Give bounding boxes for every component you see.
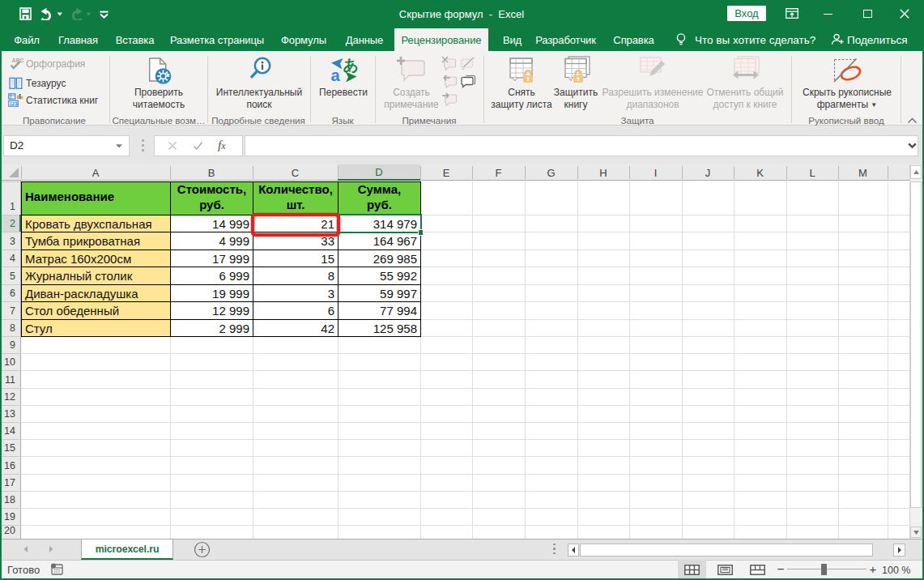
svg-text:ABC: ABC: [12, 58, 24, 63]
svg-text:a: a: [331, 66, 341, 83]
svg-text:123: 123: [10, 101, 17, 106]
svg-text:あ: あ: [343, 57, 359, 74]
